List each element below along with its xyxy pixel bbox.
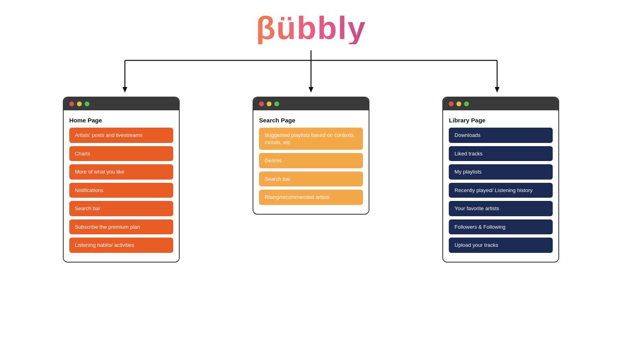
dot-red [449,101,454,106]
home-item-4: Search bar [69,201,173,216]
home-item-1: Charts [69,146,173,161]
library-content: Library Page Downloads Liked tracks My p… [443,110,558,262]
library-item-4: Your favorite artists [449,201,553,216]
dot-yellow [267,101,272,106]
svg-marker-1 [309,87,313,93]
home-item-6: Listening habits/ activities [69,238,173,253]
library-item-1: Liked tracks [449,146,553,161]
dot-yellow [77,101,82,106]
home-item-2: More of what you like [69,164,173,180]
app-logo: βübbly [256,12,366,44]
home-item-3: Notifications [69,183,173,198]
search-titlebar [253,97,369,110]
arrows-svg [0,48,622,97]
search-item-3: Rising/recommended artists [259,190,363,205]
home-item-0: Artists' posts and livestreams [69,128,173,143]
dot-green [274,101,279,106]
search-item-0: Suggested playlists based on contexts, m… [259,128,363,150]
logo-container: βübbly [0,0,622,44]
svg-marker-4 [122,87,127,93]
home-titlebar [64,97,179,110]
library-titlebar [443,97,558,110]
home-item-5: Subscribe the premium plan [69,219,173,235]
library-item-6: Upload your tracks [449,238,553,253]
dot-red [259,101,264,106]
dot-green [85,101,89,106]
library-page-title: Library Page [449,117,553,124]
library-item-5: Followers & Following [449,219,553,235]
search-page-window: Search Page Suggested playlists based on… [253,97,369,215]
search-page-title: Search Page [259,117,363,124]
home-page-title: Home Page [69,117,173,124]
search-content: Search Page Suggested playlists based on… [253,110,369,214]
arrows-container [0,48,622,97]
library-item-3: Recently played/ Listening history [449,183,553,198]
dot-yellow [456,101,461,106]
search-item-1: Genres [259,153,363,168]
dot-green [464,101,469,106]
svg-marker-7 [495,87,500,93]
library-page-window: Library Page Downloads Liked tracks My p… [442,97,559,263]
dot-red [69,101,74,106]
library-item-0: Downloads [449,128,553,143]
search-item-2: Search bar [259,172,363,187]
home-page-window: Home Page Artists' posts and livestreams… [63,97,180,263]
library-item-2: My playlists [449,164,553,180]
pages-container: Home Page Artists' posts and livestreams… [0,97,622,263]
home-content: Home Page Artists' posts and livestreams… [64,110,179,262]
